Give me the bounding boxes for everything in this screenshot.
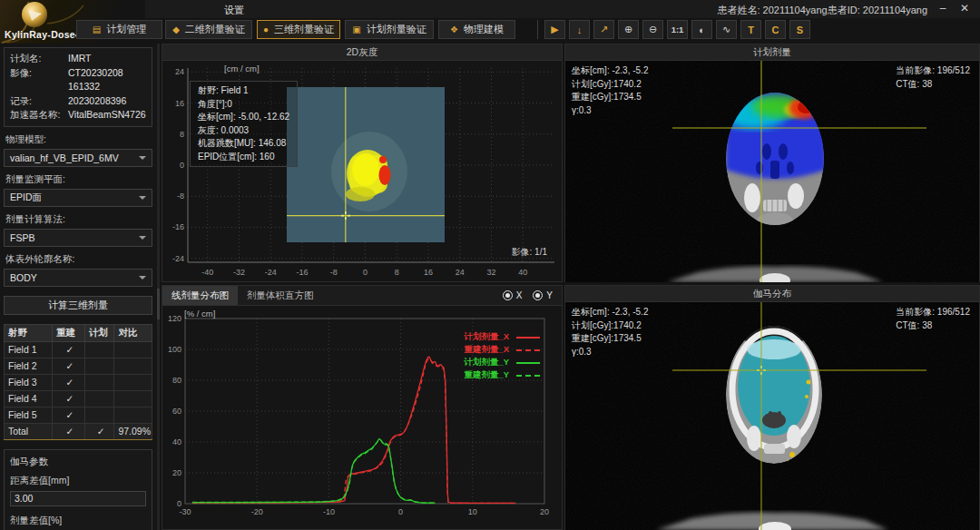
download-icon: ↓ (577, 25, 583, 35)
export-button[interactable]: ↗ (593, 20, 614, 39)
curve-icon: ∿ (722, 24, 730, 35)
table-row[interactable]: Field 3✓ (5, 374, 152, 390)
menu-settings[interactable]: 设置 (224, 4, 244, 17)
table-row[interactable]: Field 1✓ (5, 341, 152, 358)
physics-model-label: 物理模型: (5, 133, 151, 146)
accelerator-label: 加速器名称: (10, 108, 68, 123)
s-tool-icon: S (797, 25, 803, 35)
svg-text:40: 40 (518, 268, 527, 277)
body-contour-value: BODY (10, 272, 37, 283)
legend-entry: 重建剂量_X (464, 344, 540, 356)
chart-unit-label: [% / cm] (184, 309, 215, 319)
text-tool-icon: T (748, 25, 754, 35)
col-field: 射野 (5, 324, 53, 341)
close-button[interactable]: ✕ (955, 1, 975, 16)
play-button[interactable]: ▶ (544, 20, 565, 39)
tab-label: 物理建模 (464, 23, 504, 36)
radio-y[interactable]: Y (533, 290, 553, 300)
panel-gamma-title: 伽马分布 (565, 286, 979, 302)
patient-info: 患者姓名: 20211104yang患者ID: 20211104yang (717, 4, 927, 17)
svg-text:24: 24 (456, 268, 465, 277)
svg-text:100: 100 (168, 345, 181, 354)
record-label: 记录: (10, 94, 68, 109)
plan-info-group: 计划名:IMRT 影像:CT20230208 161332 记录:2023020… (4, 47, 152, 127)
tab-3d-dose-verify[interactable]: ● 三维剂量验证 (257, 20, 340, 39)
tab-label: 三维剂量验证 (274, 23, 334, 36)
radio-x-dot (503, 290, 513, 300)
gamma-params-title: 伽马参数 (10, 456, 146, 468)
svg-text:-24: -24 (265, 268, 277, 277)
svg-text:20: 20 (540, 507, 549, 516)
svg-text:80: 80 (172, 376, 181, 385)
panel-plan-dose: 计划剂量 (564, 44, 980, 282)
curve-button[interactable]: ∿ (716, 20, 737, 39)
one-to-one-button[interactable]: 1:1 (667, 20, 688, 39)
zoom-out-button[interactable]: ⊖ (642, 20, 663, 39)
table-row[interactable]: Field 5✓ (5, 407, 152, 423)
accelerator-value: VitalBeamSN4726 (68, 108, 146, 123)
svg-text:40: 40 (172, 437, 181, 447)
sidebar-splitter[interactable] (157, 44, 160, 530)
record-value: 20230208396 (68, 94, 146, 109)
col-rebuild: 重建 (52, 324, 84, 341)
download-button[interactable]: ↓ (569, 20, 590, 39)
svg-text:-16: -16 (296, 268, 308, 277)
tab-physics-modeling[interactable]: ❖ 物理建模 (438, 20, 515, 39)
distance-diff-input[interactable] (10, 491, 146, 506)
svg-text:-20: -20 (251, 507, 263, 516)
tab-plan-management[interactable]: ▤ 计划管理 (76, 20, 162, 39)
c-tool-button[interactable]: C (765, 20, 786, 39)
col-plan: 计划 (84, 324, 114, 341)
panel-2d-title: 2D灰度 (162, 44, 562, 61)
chevron-down-icon (139, 276, 146, 280)
dose-algorithm-label: 剂量计算算法: (5, 213, 151, 226)
svg-text:-32: -32 (233, 268, 245, 277)
svg-text:16: 16 (175, 99, 184, 108)
plan-name-label: 计划名: (10, 52, 68, 66)
zoom-in-button[interactable]: ⊕ (618, 20, 639, 39)
compute-3d-dose-button[interactable]: 计算三维剂量 (4, 296, 152, 315)
s-tool-button[interactable]: S (789, 20, 810, 39)
panel-line-dose: 线剂量分布图 剂量体积直方图 X Y -30-20-10010200204060… (162, 285, 563, 530)
body-contour-select[interactable]: BODY (4, 269, 152, 287)
svg-text:0: 0 (177, 499, 181, 508)
image-row: 影像:CT20230208 161332 (10, 66, 146, 94)
tab-2d-dose-verify[interactable]: ◆ 二维剂量验证 (165, 20, 252, 39)
svg-text:-8: -8 (177, 191, 184, 201)
record-row: 记录:20230208396 (10, 94, 146, 109)
text-tool-button[interactable]: T (740, 20, 761, 39)
contrast-button[interactable]: ◐ (691, 20, 712, 39)
tab-line-dose-profile[interactable]: 线剂量分布图 (162, 286, 238, 305)
gamma-overlay-right: 当前影像: 196/512 CT值: 38 (896, 306, 970, 332)
gamma-params-group: 伽马参数 距离差值[mm] 剂量差值[%] 剂量阈值[%] 计算类型 中心剂量 (4, 449, 152, 530)
plan-dose-overlay-right: 当前影像: 196/512 CT值: 38 (896, 64, 970, 91)
svg-text:8: 8 (395, 268, 399, 277)
dose-algorithm-select[interactable]: FSPB (4, 229, 152, 247)
contrast-icon: ◐ (699, 25, 705, 35)
svg-text:-24: -24 (172, 254, 184, 263)
svg-text:120: 120 (168, 314, 181, 323)
field-info-overlay: 射野: Field 1 角度[°]:0 坐标[cm]: -5.00, -12.6… (190, 81, 298, 167)
monitor-plane-select[interactable]: EPID面 (4, 189, 152, 207)
table-row-total[interactable]: Total✓✓97.09% (5, 423, 152, 439)
chevron-down-icon (139, 236, 146, 240)
chart-tabbar: 线剂量分布图 剂量体积直方图 X Y (162, 286, 562, 306)
fields-table: 射野 重建 计划 对比 Field 1✓ Field 2✓ Field 3✓ F… (4, 324, 152, 440)
c-tool-icon: C (772, 25, 779, 35)
minimize-button[interactable]: – (933, 1, 953, 16)
plan-name-row: 计划名:IMRT (10, 52, 146, 66)
toolbar-separator (537, 20, 538, 39)
svg-text:-40: -40 (201, 268, 213, 277)
one-to-one-icon: 1:1 (671, 25, 684, 34)
legend-entry: 计划剂量_Y (464, 357, 540, 368)
chart-legend: 计划剂量_X重建剂量_X计划剂量_Y重建剂量_Y (464, 331, 540, 381)
svg-text:16: 16 (424, 268, 433, 277)
table-row[interactable]: Field 4✓ (5, 390, 152, 407)
sphere-icon: ● (263, 25, 269, 34)
tab-plan-dose-verify[interactable]: ▣ 计划剂量验证 (345, 20, 434, 39)
table-row[interactable]: Field 2✓ (5, 358, 152, 374)
tab-dvh[interactable]: 剂量体积直方图 (238, 286, 323, 305)
svg-text:32: 32 (486, 268, 495, 277)
radio-x[interactable]: X (503, 290, 523, 300)
physics-model-select[interactable]: valian_hf_VB_EPID_6MV (4, 149, 152, 167)
